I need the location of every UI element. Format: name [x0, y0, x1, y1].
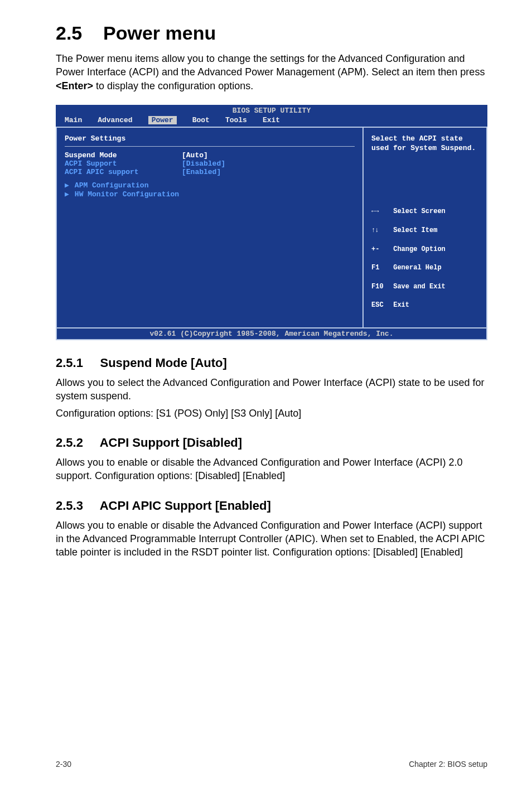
body-paragraph: Allows you to enable or disable the Adva…: [56, 456, 487, 483]
row-label: Suspend Mode: [65, 151, 182, 160]
bios-top-menu: Main Advanced Power Boot Tools Exit: [56, 115, 487, 127]
bios-screenshot: BIOS SETUP UTILITY Main Advanced Power B…: [56, 105, 487, 340]
key-desc: Select Item: [393, 226, 437, 234]
chapter-label: Chapter 2: BIOS setup: [409, 760, 487, 769]
triangle-icon: ▶: [65, 190, 69, 199]
subsection-heading-252: 2.5.2 ACPI Support [Disabled]: [56, 436, 487, 450]
submenu-label: APM Configuration: [75, 181, 149, 190]
subsection-title: ACPI APIC Support [Enabled]: [100, 499, 271, 513]
body-paragraph: Allows you to select the Advanced Config…: [56, 376, 487, 403]
submenu-hwmonitor: ▶HW Monitor Configuration: [65, 190, 355, 199]
bios-help-text: Select the ACPI state used for System Su…: [371, 134, 478, 153]
row-label: ACPI Support: [65, 160, 182, 168]
bios-footer: v02.61 (C)Copyright 1985-2008, American …: [56, 327, 487, 340]
row-label: ACPI APIC support: [65, 168, 182, 176]
bios-right-panel: Select the ACPI state used for System Su…: [364, 128, 486, 327]
subsection-heading-251: 2.5.1 Suspend Mode [Auto]: [56, 356, 487, 370]
key-plusminus: +-: [371, 245, 389, 254]
menu-power: Power: [148, 116, 177, 124]
bios-title: BIOS SETUP UTILITY: [56, 105, 487, 115]
row-value: [Enabled]: [182, 168, 221, 176]
menu-main: Main: [65, 116, 82, 124]
key-arrows-lr: ←→: [371, 207, 389, 216]
menu-advanced: Advanced: [98, 116, 132, 124]
submenu-apm: ▶APM Configuration: [65, 181, 355, 190]
page-number: 2-30: [56, 760, 71, 769]
key-desc: Select Screen: [393, 207, 446, 215]
bios-row-acpi-apic: ACPI APIC support [Enabled]: [65, 168, 355, 176]
subsection-number: 2.5.1: [56, 356, 83, 370]
triangle-icon: ▶: [65, 181, 69, 190]
key-desc: Save and Exit: [393, 283, 446, 291]
menu-tools: Tools: [225, 116, 247, 124]
row-value: [Disabled]: [182, 160, 225, 168]
subsection-number: 2.5.2: [56, 436, 83, 450]
bios-left-panel: Power Settings Suspend Mode [Auto] ACPI …: [57, 128, 364, 327]
bios-submenu-block: ▶APM Configuration ▶HW Monitor Configura…: [65, 181, 355, 199]
body-paragraph: Allows you to enable or disable the Adva…: [56, 519, 487, 559]
page-footer: 2-30 Chapter 2: BIOS setup: [56, 760, 487, 769]
section-title: 2.5 Power menu: [56, 22, 487, 44]
key-f1: F1: [371, 263, 389, 273]
menu-boot: Boot: [192, 116, 210, 124]
key-desc: Exit: [393, 301, 409, 309]
section-number: 2.5: [56, 22, 82, 44]
key-arrows-ud: ↑↓: [371, 226, 389, 235]
subsection-title: Suspend Mode [Auto]: [100, 356, 227, 370]
bios-panel-header: Power Settings: [65, 134, 355, 143]
bios-row-suspend: Suspend Mode [Auto]: [65, 151, 355, 160]
bios-divider: [65, 146, 355, 147]
submenu-label: HW Monitor Configuration: [75, 190, 179, 199]
key-esc: ESC: [371, 301, 389, 310]
subsection-number: 2.5.3: [56, 499, 83, 513]
subsection-title: ACPI Support [Disabled]: [100, 436, 242, 450]
subsection-heading-253: 2.5.3 ACPI APIC Support [Enabled]: [56, 499, 487, 513]
bios-body: Power Settings Suspend Mode [Auto] ACPI …: [56, 127, 487, 327]
bios-help-keys: ←→ Select Screen ↑↓ Select Item +- Chang…: [371, 198, 478, 320]
menu-exit: Exit: [263, 116, 280, 124]
row-value: [Auto]: [182, 151, 208, 160]
section-title-text: Power menu: [103, 22, 216, 44]
body-paragraph: Configuration options: [S1 (POS) Only] […: [56, 407, 487, 420]
key-desc: General Help: [393, 264, 441, 272]
intro-paragraph: The Power menu items allow you to change…: [56, 52, 487, 93]
bios-row-acpi-support: ACPI Support [Disabled]: [65, 160, 355, 168]
key-f10: F10: [371, 282, 389, 292]
key-desc: Change Option: [393, 245, 446, 253]
